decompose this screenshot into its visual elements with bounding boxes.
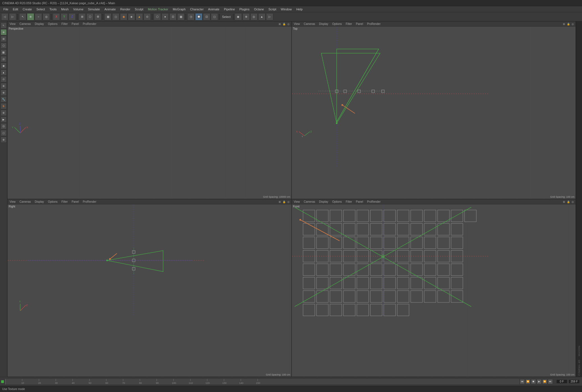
menu-sculpt[interactable]: Sculpt <box>133 7 146 11</box>
vp-lock-top-btn[interactable]: 🔒 <box>566 23 571 25</box>
vp-display-right[interactable]: Display <box>34 200 45 203</box>
x-axis-btn[interactable]: X <box>53 13 60 20</box>
vp-display-top[interactable]: Display <box>318 22 329 25</box>
vp-prorender-top[interactable]: ProRender <box>366 22 381 25</box>
menu-select[interactable]: Select <box>34 7 47 11</box>
vp-filter-top[interactable]: Filter <box>345 22 353 25</box>
menu-octane[interactable]: Octane <box>252 7 266 11</box>
stop-btn[interactable]: ⏹ <box>531 379 536 384</box>
left-s-btn[interactable]: S <box>1 103 7 109</box>
lasso-select-btn[interactable]: ⊡ <box>203 13 210 20</box>
menu-create[interactable]: Create <box>20 7 34 11</box>
mat-btn[interactable]: ⊕ <box>242 13 250 20</box>
vp-panel-front[interactable]: Panel <box>355 200 364 203</box>
left-add-btn[interactable]: ⊕ <box>1 137 7 143</box>
goto-start-btn[interactable]: ⏮ <box>520 379 525 384</box>
vp-view-top[interactable]: View <box>293 22 301 25</box>
vp-lock-right-btn[interactable]: 🔒 <box>282 200 286 203</box>
viewport-top[interactable]: View Cameras Display Options Filter Pane… <box>292 21 576 199</box>
menu-plugins[interactable]: Plugins <box>237 7 252 11</box>
left-wrench-btn[interactable]: 🔧 <box>1 96 7 102</box>
redo-button[interactable]: ▷ <box>9 13 16 20</box>
vp-panel-right[interactable]: Panel <box>71 200 80 203</box>
coord-system-btn[interactable]: ⊞ <box>78 13 86 20</box>
render-view-btn[interactable]: ◉ <box>120 13 127 20</box>
vp-panel-top[interactable]: Panel <box>355 22 364 25</box>
menu-volume[interactable]: Volume <box>71 7 86 11</box>
left-extrude-btn[interactable]: ◎ <box>1 56 7 62</box>
vp-cameras-front[interactable]: Cameras <box>303 200 316 203</box>
menu-script[interactable]: Script <box>266 7 278 11</box>
viewport-perspective[interactable]: View Cameras Display Options Filter Pane… <box>7 21 292 199</box>
poly-mode-btn[interactable]: ▦ <box>177 13 184 20</box>
left-rotate-btn[interactable]: ⬡ <box>1 43 7 49</box>
vp-expand-btn[interactable]: ⊞ <box>278 23 281 25</box>
vp-display-front[interactable]: Display <box>318 200 329 203</box>
z-axis-btn[interactable]: Z <box>68 13 76 20</box>
vp-expand-front-btn[interactable]: ⊞ <box>562 200 566 203</box>
vp-options-right[interactable]: Options <box>47 200 58 203</box>
render-btn[interactable]: ▲ <box>136 13 143 20</box>
display-mode-btn[interactable]: ▦ <box>104 13 112 20</box>
vp-view-right[interactable]: View <box>9 200 17 203</box>
vp-solo-front-btn[interactable]: ◎ <box>571 200 574 203</box>
snap-btn[interactable]: ⬡ <box>86 13 94 20</box>
menu-tools[interactable]: Tools <box>47 7 59 11</box>
left-star-btn[interactable]: ⊛ <box>1 110 7 116</box>
left-bevel-btn[interactable]: ◉ <box>1 63 7 69</box>
menu-help[interactable]: Help <box>294 7 305 11</box>
left-poly-btn[interactable]: ▦ <box>1 49 7 55</box>
scene-btn[interactable]: ▷ <box>266 13 273 20</box>
menu-mesh[interactable]: Mesh <box>59 7 71 11</box>
vp-panel-perspective[interactable]: Panel <box>71 22 80 25</box>
scale-button[interactable]: ◎ <box>43 13 50 20</box>
vp-solo-right-btn[interactable]: ◎ <box>287 200 290 203</box>
vp-solo-btn[interactable]: ◎ <box>287 23 290 25</box>
left-move-btn[interactable]: ⊕ <box>1 29 7 35</box>
vp-filter-perspective[interactable]: Filter <box>61 22 68 25</box>
undo-button[interactable]: ◁ <box>1 13 8 20</box>
vp-display-perspective[interactable]: Display <box>34 22 45 25</box>
vp-lock-btn[interactable]: 🔒 <box>282 23 286 25</box>
menu-motion-tracker[interactable]: Motion Tracker <box>146 7 170 11</box>
viewport-right-canvas[interactable]: Right <box>8 204 291 377</box>
goto-end-btn[interactable]: ⏭ <box>548 379 553 384</box>
light-btn[interactable]: ▲ <box>258 13 265 20</box>
move-button[interactable]: ⊕ <box>27 13 34 20</box>
play-btn[interactable]: ▶ <box>537 379 542 384</box>
left-play-btn[interactable]: ▶ <box>1 116 7 123</box>
vp-expand-top-btn[interactable]: ⊞ <box>562 23 566 25</box>
viewport-top-canvas[interactable]: Top <box>292 27 576 199</box>
menu-mograph[interactable]: MoGraph <box>170 7 188 11</box>
vp-expand-right-btn[interactable]: ⊞ <box>278 200 281 203</box>
left-scale-btn[interactable]: ⊞ <box>1 36 7 42</box>
menu-simulate[interactable]: Simulate <box>86 7 102 11</box>
viewport-right[interactable]: View Cameras Display Options Filter Pane… <box>7 199 292 377</box>
prev-frame-btn[interactable]: ⏪ <box>525 379 530 384</box>
pt-mode-btn[interactable]: ● <box>161 13 169 20</box>
vp-lock-front-btn[interactable]: 🔒 <box>566 200 571 203</box>
rect-select-btn[interactable]: 🔲 <box>195 13 202 20</box>
snap-settings-btn[interactable]: ⚙ <box>94 13 101 20</box>
left-paint-btn[interactable]: ⊕ <box>1 90 7 96</box>
left-loop-btn[interactable]: ⊙ <box>1 76 7 82</box>
select-mode-button[interactable]: ↖ <box>19 13 26 20</box>
vp-cameras-right[interactable]: Cameras <box>19 200 32 203</box>
menu-animate2[interactable]: Animate <box>206 7 221 11</box>
vp-view-perspective[interactable]: View <box>9 22 17 25</box>
vp-prorender-front[interactable]: ProRender <box>366 200 381 203</box>
texture-btn[interactable]: ◉ <box>235 13 242 20</box>
shader-btn[interactable]: ◎ <box>250 13 258 20</box>
edge-mode-btn[interactable]: ⊡ <box>169 13 177 20</box>
left-bridge-btn[interactable]: ⊗ <box>1 83 7 89</box>
obj-mode-btn[interactable]: ⬡ <box>154 13 161 20</box>
y-axis-btn[interactable]: Y <box>61 13 68 20</box>
menu-edit[interactable]: Edit <box>11 7 20 11</box>
vp-filter-right[interactable]: Filter <box>61 200 68 203</box>
vp-filter-front[interactable]: Filter <box>345 200 353 203</box>
rotate-button[interactable]: ○ <box>35 13 42 20</box>
vp-options-front[interactable]: Options <box>331 200 343 203</box>
menu-file[interactable]: File <box>1 7 11 11</box>
menu-pipeline[interactable]: Pipeline <box>222 7 237 11</box>
menu-render[interactable]: Render <box>118 7 133 11</box>
